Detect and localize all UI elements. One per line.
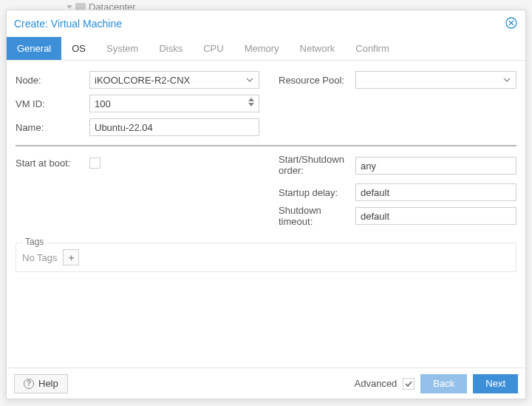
tree-expand-icon bbox=[66, 5, 72, 9]
tab-general[interactable]: General bbox=[7, 37, 61, 60]
tab-os[interactable]: OS bbox=[61, 37, 96, 60]
startupdelay-input[interactable]: default bbox=[355, 183, 516, 201]
dialog-title: Create: Virtual Machine bbox=[14, 18, 122, 30]
close-icon[interactable] bbox=[505, 16, 518, 32]
vmid-label: VM ID: bbox=[16, 98, 89, 109]
tags-empty-text: No Tags bbox=[22, 252, 57, 263]
node-value: iKOOLCORE-R2-CNX bbox=[95, 75, 190, 86]
tags-legend: Tags bbox=[22, 237, 47, 247]
chevron-down-icon bbox=[503, 76, 511, 84]
node-label: Node: bbox=[16, 75, 89, 86]
dialog-body: Node: iKOOLCORE-R2-CNX VM ID: 100 bbox=[7, 61, 525, 368]
vmid-input[interactable]: 100 bbox=[89, 95, 259, 112]
shutdowntimeout-input[interactable]: default bbox=[355, 207, 516, 225]
tags-row: No Tags + bbox=[22, 249, 510, 265]
help-button[interactable]: ? Help bbox=[14, 374, 68, 393]
resourcepool-label: Resource Pool: bbox=[279, 75, 355, 86]
tab-network: Network bbox=[290, 37, 346, 60]
tab-system: System bbox=[96, 37, 149, 60]
shutdowntimeout-value: default bbox=[361, 211, 389, 222]
name-text[interactable] bbox=[95, 122, 254, 133]
dialog-footer: ? Help Advanced Back Next bbox=[7, 368, 525, 399]
dialog-titlebar: Create: Virtual Machine bbox=[7, 10, 525, 37]
startupdelay-value: default bbox=[361, 187, 389, 198]
startorder-input[interactable]: any bbox=[355, 157, 516, 175]
tab-cpu: CPU bbox=[193, 37, 233, 60]
shutdowntimeout-label: Shutdown timeout: bbox=[279, 205, 355, 227]
create-vm-dialog: Create: Virtual Machine General OS Syste… bbox=[6, 10, 526, 399]
startupdelay-label: Startup delay: bbox=[279, 187, 355, 198]
plus-icon: + bbox=[69, 252, 75, 263]
startorder-value: any bbox=[361, 160, 376, 172]
check-icon bbox=[404, 379, 413, 388]
advanced-checkbox[interactable] bbox=[403, 378, 415, 390]
tab-disks: Disks bbox=[149, 37, 193, 60]
vmid-value: 100 bbox=[95, 98, 111, 109]
startatboot-label: Start at boot: bbox=[16, 158, 89, 169]
add-tag-button[interactable]: + bbox=[63, 249, 79, 265]
wizard-tabs: General OS System Disks CPU Memory Netwo… bbox=[7, 37, 525, 61]
name-label: Name: bbox=[16, 122, 89, 133]
tab-confirm: Confirm bbox=[345, 37, 400, 60]
back-button: Back bbox=[420, 374, 467, 393]
name-input[interactable] bbox=[89, 118, 259, 136]
number-spinner-icon[interactable] bbox=[248, 98, 256, 106]
section-divider bbox=[16, 145, 516, 146]
tab-memory: Memory bbox=[234, 37, 290, 60]
chevron-down-icon bbox=[246, 76, 253, 84]
back-label: Back bbox=[433, 378, 454, 389]
next-button[interactable]: Next bbox=[473, 374, 518, 393]
node-select[interactable]: iKOOLCORE-R2-CNX bbox=[89, 71, 259, 89]
resourcepool-select[interactable] bbox=[355, 71, 516, 89]
startorder-label: Start/Shutdown order: bbox=[279, 155, 355, 177]
next-label: Next bbox=[485, 378, 505, 389]
startatboot-checkbox[interactable] bbox=[89, 158, 100, 169]
help-label: Help bbox=[38, 378, 58, 389]
tags-fieldset: Tags No Tags + bbox=[16, 243, 516, 272]
help-icon: ? bbox=[24, 379, 34, 389]
advanced-label: Advanced bbox=[355, 378, 398, 389]
